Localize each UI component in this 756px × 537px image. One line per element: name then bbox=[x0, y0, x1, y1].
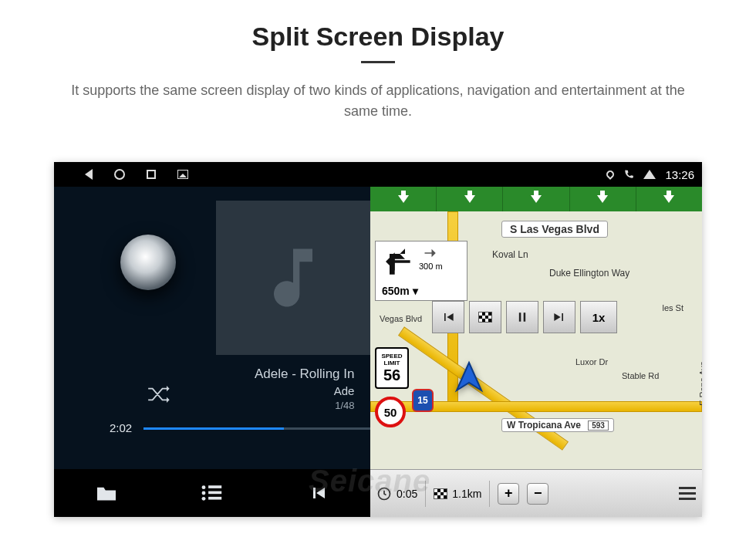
music-bottom-bar bbox=[54, 469, 370, 517]
track-artist: Ade bbox=[255, 383, 354, 399]
joystick-knob[interactable] bbox=[120, 235, 176, 290]
progress-bar[interactable] bbox=[143, 427, 370, 430]
arrow-down-icon bbox=[663, 195, 674, 203]
device-frame: 13:26 Adele - Rolling In Ade 1/48 2:02 bbox=[54, 162, 702, 517]
title-underline bbox=[361, 61, 395, 63]
flag-icon bbox=[434, 488, 447, 499]
next-turn: 300 m bbox=[419, 246, 443, 271]
street-label: les St bbox=[657, 302, 688, 313]
map-pane[interactable]: S Las Vegas Blvd Koval Ln Duke Ellington… bbox=[370, 187, 702, 469]
home-icon[interactable] bbox=[114, 169, 125, 180]
route-tag: 593 bbox=[588, 420, 609, 431]
svg-rect-1 bbox=[208, 485, 221, 488]
lane-guidance-bar bbox=[370, 187, 702, 211]
folder-button[interactable] bbox=[89, 481, 123, 505]
wifi-icon bbox=[643, 170, 656, 179]
speed-limit-value: 56 bbox=[383, 366, 400, 384]
nav-time-group: 0:05 bbox=[376, 486, 417, 502]
back-icon[interactable] bbox=[85, 169, 93, 180]
phone-icon bbox=[623, 169, 634, 180]
album-art-placeholder bbox=[216, 201, 370, 355]
location-icon bbox=[605, 169, 616, 180]
speed-sign-circle: 50 bbox=[375, 397, 406, 427]
arrow-down-icon bbox=[531, 195, 542, 203]
turn-right-icon bbox=[424, 246, 437, 260]
map-playback-controls: 1x bbox=[432, 301, 617, 333]
elapsed-time: 2:02 bbox=[110, 421, 132, 434]
speed-limit-label: SPEED bbox=[381, 353, 402, 360]
street-label: Stable Rd bbox=[617, 370, 663, 381]
screenshot-icon[interactable] bbox=[177, 170, 188, 179]
lane-slot bbox=[437, 187, 503, 211]
zoom-out-button[interactable]: − bbox=[527, 483, 548, 505]
arrow-down-icon bbox=[464, 195, 475, 203]
next-turn-dist: 300 m bbox=[419, 262, 443, 271]
interstate-shield: 15 bbox=[412, 389, 434, 412]
lane-slot bbox=[370, 187, 437, 211]
street-label-main: S Las Vegas Blvd bbox=[501, 221, 608, 238]
svg-point-4 bbox=[202, 497, 206, 501]
lane-slot bbox=[503, 187, 569, 211]
nav-bottom-bar: 0:05 1.1km + − bbox=[370, 469, 702, 517]
page-subtitle: It supports the same screen display of t… bbox=[54, 80, 702, 122]
zoom-in-button[interactable]: + bbox=[498, 483, 519, 505]
clock: 13:26 bbox=[665, 168, 694, 181]
speed-limit-sign: SPEED LIMIT 56 bbox=[375, 347, 409, 389]
track-title: Adele - Rolling In bbox=[255, 366, 354, 383]
svg-rect-5 bbox=[208, 497, 221, 500]
page-title: Split Screen Display bbox=[0, 22, 756, 52]
playlist-button[interactable] bbox=[195, 481, 229, 505]
svg-rect-3 bbox=[208, 491, 221, 495]
lane-slot bbox=[636, 187, 702, 211]
menu-button[interactable] bbox=[679, 487, 696, 500]
svg-point-0 bbox=[202, 485, 206, 489]
separator bbox=[425, 481, 426, 507]
speed-limit-label: LIMIT bbox=[384, 360, 400, 366]
street-label-tropicana: W Tropicana Ave 593 bbox=[501, 418, 614, 432]
street-name: W Tropicana Ave bbox=[507, 420, 581, 431]
music-pane: Adele - Rolling In Ade 1/48 2:02 bbox=[54, 187, 370, 469]
flag-button[interactable] bbox=[469, 301, 501, 333]
svg-point-2 bbox=[202, 491, 206, 495]
shuffle-icon[interactable] bbox=[147, 386, 170, 403]
playback-speed-button[interactable]: 1x bbox=[580, 301, 617, 333]
recent-icon[interactable] bbox=[147, 170, 156, 179]
turn-instruction-box: 300 m 650m ▾ bbox=[375, 241, 467, 301]
turn-distance: 650m ▾ bbox=[382, 285, 418, 297]
street-label: Duke Ellington Way bbox=[545, 267, 634, 279]
status-bar: 13:26 bbox=[54, 162, 702, 187]
track-info: Adele - Rolling In Ade 1/48 bbox=[255, 366, 354, 413]
prev-button[interactable] bbox=[432, 301, 464, 333]
clock-icon bbox=[376, 486, 392, 502]
street-label: Koval Ln bbox=[488, 248, 533, 261]
arrow-down-icon bbox=[398, 195, 409, 203]
pause-button[interactable] bbox=[506, 301, 538, 333]
street-label: Vegas Blvd bbox=[375, 313, 427, 324]
nav-distance: 1.1km bbox=[452, 488, 481, 500]
lane-slot bbox=[570, 187, 636, 211]
prev-track-button[interactable] bbox=[301, 481, 335, 505]
nav-time: 0:05 bbox=[397, 488, 417, 500]
music-note-icon bbox=[255, 239, 332, 316]
progress-fill bbox=[143, 427, 284, 430]
nav-dist-group: 1.1km bbox=[434, 488, 481, 500]
flag-icon bbox=[478, 312, 492, 323]
split-container: Adele - Rolling In Ade 1/48 2:02 bbox=[54, 187, 702, 469]
track-counter: 1/48 bbox=[255, 399, 354, 413]
turn-left-icon bbox=[382, 246, 413, 277]
arrow-down-icon bbox=[597, 195, 608, 203]
next-button[interactable] bbox=[543, 301, 575, 333]
street-label: E Reno Ave bbox=[697, 356, 702, 410]
street-label: Luxor Dr bbox=[571, 356, 613, 367]
current-position-arrow bbox=[451, 360, 488, 400]
separator bbox=[489, 481, 490, 507]
